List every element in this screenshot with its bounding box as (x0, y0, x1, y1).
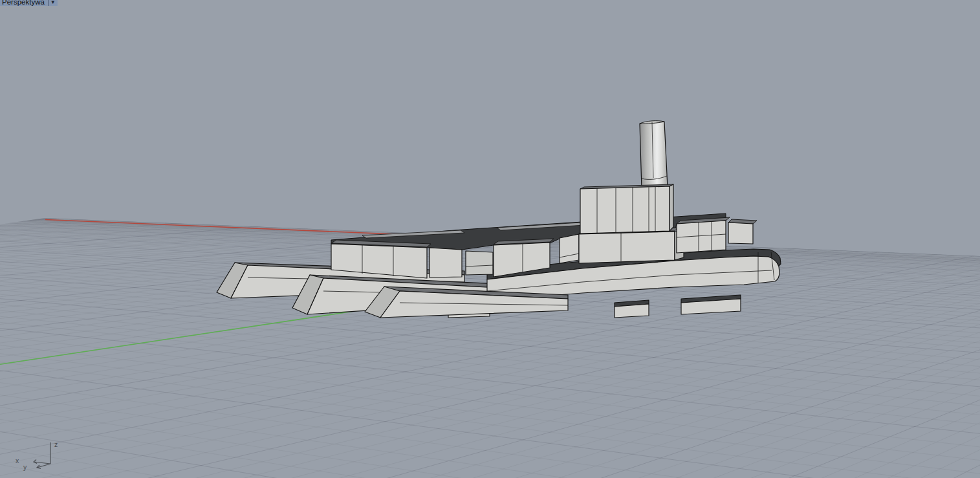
ship-model[interactable] (217, 121, 781, 318)
gizmo-z-label: z (54, 440, 58, 448)
ground-grid (0, 158, 980, 478)
axis-gizmo: z x y (16, 440, 58, 471)
gizmo-y-label: y (23, 463, 27, 471)
gizmo-x-arrow-icon (34, 460, 37, 464)
viewport-menu-dropdown-icon[interactable]: ▼ (49, 0, 58, 6)
viewport-canvas[interactable]: z x y (0, 0, 980, 478)
rhino-perspective-viewport[interactable]: z x y Perspektywa ▼ (0, 0, 980, 478)
viewport-title[interactable]: Perspektywa (0, 0, 48, 6)
gizmo-x-label: x (16, 457, 19, 464)
viewport-title-tab[interactable]: Perspektywa ▼ (0, 0, 58, 6)
